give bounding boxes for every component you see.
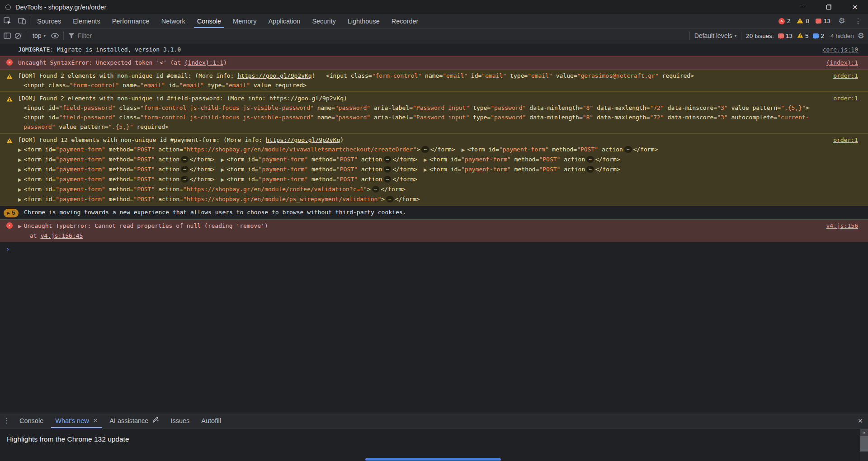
tab-recorder[interactable]: Recorder — [386, 14, 425, 28]
issues-count-item[interactable]: 13 — [778, 33, 793, 39]
ellipsis-expand-button[interactable]: ⋯ — [624, 146, 632, 153]
tab-application[interactable]: Application — [262, 14, 306, 28]
expand-arrow-icon[interactable]: ▶ — [424, 155, 427, 165]
javascript-context-selector[interactable]: top ▾ — [31, 32, 47, 39]
message-text: ".{5,}" — [781, 104, 806, 111]
message-text: "payment-form" — [499, 146, 549, 153]
tab-performance[interactable]: Performance — [106, 14, 156, 28]
expand-arrow-icon[interactable]: ▶ — [221, 165, 225, 174]
console-link[interactable]: https://goo.gl/9p2vKq — [237, 72, 311, 79]
expand-arrow-icon[interactable]: ▶ — [18, 185, 22, 194]
expand-arrow-icon[interactable]: ▶ — [18, 175, 22, 184]
more-options-icon[interactable]: ⋮ — [851, 18, 865, 25]
message-body: Chrome is moving towards a new experienc… — [24, 207, 858, 217]
errors-status[interactable]: ✕ 2 — [776, 18, 793, 24]
ellipsis-expand-button[interactable]: ⋯ — [384, 156, 392, 163]
close-tab-icon[interactable]: ✕ — [93, 417, 98, 424]
drawer-more-tabs-icon[interactable]: ⋮ — [0, 413, 14, 428]
expand-arrow-icon[interactable]: ▶ — [18, 165, 22, 174]
expand-arrow-icon[interactable]: ▶ — [424, 165, 427, 174]
ellipsis-expand-button[interactable]: ⋯ — [181, 156, 189, 163]
message-text: method= — [549, 146, 577, 153]
source-location-link[interactable]: order:1 — [827, 135, 858, 145]
expand-arrow-icon[interactable]: ▶ — [18, 195, 22, 204]
inspect-element-icon[interactable] — [0, 14, 14, 28]
hidden-messages-label[interactable]: 4 hidden — [830, 33, 854, 39]
expand-arrow-icon[interactable]: ▶ — [18, 145, 22, 155]
drawer-tab-ai-assistance[interactable]: AI assistance — [104, 413, 165, 428]
ellipsis-expand-button[interactable]: ⋯ — [586, 166, 594, 173]
tab-console[interactable]: Console — [191, 14, 227, 28]
source-location-link[interactable]: (index):1 — [820, 58, 858, 67]
live-expression-eye-icon[interactable] — [51, 33, 59, 38]
drawer-scrollbar[interactable]: ▲ — [860, 429, 868, 461]
source-location-link[interactable]: order:1 — [827, 94, 858, 103]
tab-network[interactable]: Network — [156, 14, 191, 28]
ellipsis-expand-button[interactable]: ⋯ — [372, 186, 380, 193]
ellipsis-expand-button[interactable]: ⋯ — [586, 156, 594, 163]
issues-count-item[interactable]: 2 — [813, 33, 824, 39]
minimize-button[interactable] — [789, 0, 816, 14]
tab-lighthouse[interactable]: Lighthouse — [342, 14, 386, 28]
ellipsis-expand-button[interactable]: ⋯ — [181, 176, 189, 183]
expand-arrow-icon[interactable]: ▶ — [18, 155, 22, 165]
grouped-message-badge[interactable]: ▶5 — [4, 209, 19, 217]
ellipsis-expand-button[interactable]: ⋯ — [384, 176, 392, 183]
expand-arrow-icon[interactable]: ▶ — [462, 145, 465, 155]
tab-elements[interactable]: Elements — [67, 14, 106, 28]
message-text: name= — [119, 82, 140, 89]
console-link[interactable]: https://goo.gl/9p2vKq — [269, 95, 344, 102]
message-text: ) — [344, 95, 347, 102]
drawer-tabs: ConsoleWhat's new✕AI assistanceIssuesAut… — [14, 413, 227, 428]
expand-arrow-icon[interactable]: ▶ — [221, 155, 225, 165]
issues-count-item[interactable]: 5 — [797, 33, 809, 39]
expand-arrow-icon[interactable]: ▶ — [221, 175, 225, 184]
message-text: > — [806, 104, 809, 111]
close-window-button[interactable]: ✕ — [842, 0, 868, 14]
close-drawer-button[interactable]: ✕ — [853, 413, 868, 428]
expand-arrow-icon[interactable]: ▶ — [18, 221, 22, 231]
console-settings-gear-icon[interactable]: ⚙ — [858, 32, 864, 40]
filter-input[interactable] — [78, 32, 685, 39]
source-location-link[interactable]: order:1 — [827, 71, 858, 80]
chevron-down-icon: ▾ — [735, 33, 737, 38]
drawer-tab-what-s-new[interactable]: What's new✕ — [49, 413, 104, 428]
console-link[interactable]: (index):1:1 — [184, 59, 223, 66]
tab-security[interactable]: Security — [306, 14, 341, 28]
ellipsis-expand-button[interactable]: ⋯ — [386, 196, 394, 202]
console-link[interactable]: https://goo.gl/9p2vKq — [266, 136, 340, 143]
message-text: name= — [421, 72, 443, 79]
tab-memory[interactable]: Memory — [227, 14, 262, 28]
message-text: "field-password" — [59, 114, 115, 121]
ellipsis-expand-button[interactable]: ⋯ — [181, 166, 189, 173]
console-link[interactable]: v4.js:156:45 — [40, 232, 83, 239]
settings-gear-icon[interactable]: ⚙ — [835, 17, 849, 25]
scroll-up-arrow-icon[interactable]: ▲ — [860, 429, 868, 436]
scrollbar-thumb[interactable] — [860, 436, 868, 452]
ellipsis-expand-button[interactable]: ⋯ — [384, 166, 392, 173]
console-prompt[interactable]: › — [0, 242, 868, 253]
expand-arrow-icon: ▶ — [7, 208, 10, 218]
drawer-tabbar: ⋮ ConsoleWhat's new✕AI assistanceIssuesA… — [0, 413, 868, 428]
message-body: [DOM] Found 2 elements with non-unique i… — [18, 94, 827, 132]
device-toolbar-icon[interactable] — [14, 14, 29, 28]
toolbar-separator — [30, 17, 30, 25]
clear-console-icon[interactable] — [14, 33, 21, 39]
source-location-link[interactable]: v4.js:156 — [820, 221, 858, 230]
console-message-line: password" value pattern=".{5,}" required… — [24, 122, 827, 132]
issues-summary[interactable]: 20 Issues: 1352 — [746, 33, 824, 39]
warnings-status[interactable]: 8 — [794, 18, 811, 25]
restore-button[interactable] — [816, 0, 842, 14]
message-text: class= — [116, 104, 141, 111]
tab-sources[interactable]: Sources — [31, 14, 67, 28]
horizontal-scrollbar-thumb[interactable] — [365, 458, 501, 461]
message-text: "payment-form" — [259, 156, 308, 163]
log-levels-selector[interactable]: Default levels ▾ — [694, 32, 737, 39]
drawer-tab-console[interactable]: Console — [14, 413, 49, 428]
ellipsis-expand-button[interactable]: ⋯ — [421, 146, 429, 153]
issues-status[interactable]: 13 — [813, 18, 833, 24]
console-sidebar-icon[interactable] — [4, 33, 11, 39]
drawer-tab-issues[interactable]: Issues — [165, 413, 195, 428]
drawer-tab-autofill[interactable]: Autofill — [195, 413, 227, 428]
source-location-link[interactable]: core.js:10 — [816, 45, 858, 54]
